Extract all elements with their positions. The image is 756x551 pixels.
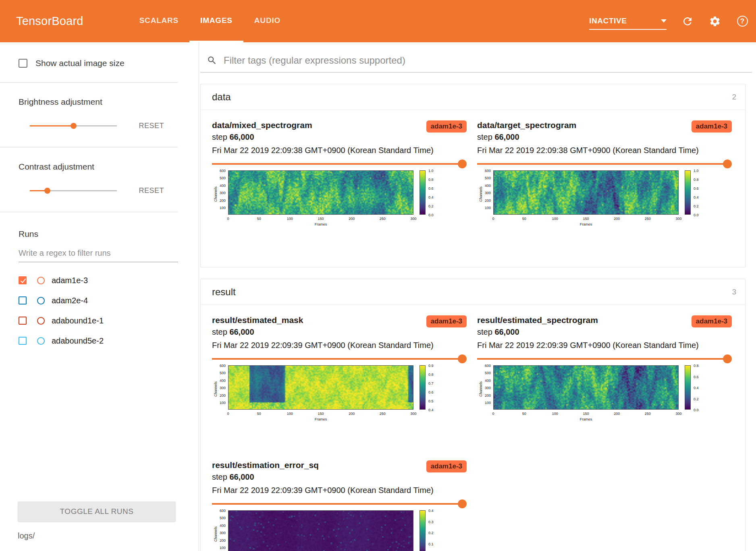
step-value: 66,000 xyxy=(494,327,519,336)
chevron-down-icon xyxy=(661,19,667,23)
x-axis-tick: 50 xyxy=(522,412,526,416)
step-slider[interactable] xyxy=(477,159,732,169)
image-timestamp: Fri Mar 22 2019 22:09:39 GMT+0900 (Korea… xyxy=(477,341,732,350)
show-actual-size-row[interactable]: Show actual image size xyxy=(19,58,192,68)
tag-section-header[interactable]: data 2 xyxy=(201,84,745,110)
step-slider[interactable] xyxy=(477,354,732,364)
y-axis-tick: 200 xyxy=(477,199,491,203)
colorbar-tick: 0.7 xyxy=(428,381,434,385)
slider-thumb[interactable] xyxy=(458,354,467,363)
slider-thumb[interactable] xyxy=(458,160,467,168)
slider-track[interactable] xyxy=(212,358,462,360)
refresh-button[interactable] xyxy=(681,15,694,28)
image-timestamp: Fri Mar 22 2019 22:09:39 GMT+0900 (Korea… xyxy=(212,341,467,350)
tag-section-count: 2 xyxy=(732,93,736,102)
run-checkbox[interactable] xyxy=(19,337,27,345)
step-slider[interactable] xyxy=(212,159,467,169)
run-item[interactable]: adabound5e-2 xyxy=(19,331,192,351)
tab-images[interactable]: IMAGES xyxy=(189,0,243,42)
run-item[interactable]: adam1e-3 xyxy=(19,270,192,290)
colorbar-tick: 0.0 xyxy=(694,213,699,217)
run-checkbox[interactable] xyxy=(19,276,27,284)
image-card: data/target_spectrogram step 66,000 adam… xyxy=(477,120,732,232)
step-value: 66,000 xyxy=(494,133,519,141)
run-badge: adam1e-3 xyxy=(426,120,467,133)
brightness-reset-button[interactable]: RESET xyxy=(136,121,166,130)
colorbar-tick: 0.2 xyxy=(428,204,434,208)
colorbar-tick: 0.4 xyxy=(694,386,699,390)
x-axis-tick: 50 xyxy=(257,217,261,221)
settings-button[interactable] xyxy=(708,15,721,28)
x-axis-tick: 100 xyxy=(287,217,293,221)
tag-section-data: data 2 data/mixed_spectrogram step 66,00… xyxy=(200,84,746,267)
tag-section-header[interactable]: result 3 xyxy=(201,279,745,305)
slider-track[interactable] xyxy=(477,358,727,360)
colorbar-tick: 0.2 xyxy=(694,397,699,401)
main-content: data 2 data/mixed_spectrogram step 66,00… xyxy=(199,42,756,551)
slider-thumb[interactable] xyxy=(723,354,732,363)
x-axis-tick: 300 xyxy=(675,217,681,221)
colorbar-tick: 0.2 xyxy=(428,531,434,535)
tab-scalars[interactable]: SCALARS xyxy=(129,0,189,42)
y-axis-tick: 100 xyxy=(477,206,491,210)
y-axis-tick: 300 xyxy=(212,191,226,195)
run-checkbox[interactable] xyxy=(19,317,27,325)
run-label: adam1e-3 xyxy=(52,276,88,285)
brightness-slider[interactable] xyxy=(30,122,117,130)
run-checkbox[interactable] xyxy=(19,296,27,304)
runs-filter-input[interactable] xyxy=(19,246,178,262)
colorbar-tick: 0.6 xyxy=(694,186,699,191)
slider-thumb[interactable] xyxy=(458,499,467,508)
filter-tags-input[interactable] xyxy=(223,54,752,66)
checkbox-icon[interactable] xyxy=(19,59,27,68)
colorbar xyxy=(685,170,691,215)
help-button[interactable]: ? xyxy=(736,15,749,28)
run-label: adabound5e-2 xyxy=(52,336,104,346)
x-axis-tick: 0 xyxy=(492,412,494,416)
x-axis-tick: 200 xyxy=(349,217,355,221)
contrast-slider[interactable] xyxy=(30,187,117,195)
image-tag-title: result/estimated_spectrogram xyxy=(477,315,598,325)
y-axis-tick: 100 xyxy=(212,401,226,405)
step-label: step xyxy=(477,133,492,141)
colorbar xyxy=(420,510,426,551)
image-tag-title: result/estimation_error_sq xyxy=(212,460,319,470)
image-tag-title: data/target_spectrogram xyxy=(477,120,576,130)
colorbar-tick: 0.4 xyxy=(428,509,434,513)
step-slider[interactable] xyxy=(212,354,467,364)
tab-audio[interactable]: AUDIO xyxy=(243,0,291,42)
step-slider[interactable] xyxy=(212,499,467,509)
run-badge: adam1e-3 xyxy=(426,315,467,327)
x-axis-tick: 200 xyxy=(614,217,620,221)
run-item[interactable]: adam2e-4 xyxy=(19,290,192,311)
spectrogram-plot: Channels60050040030020010005010015020025… xyxy=(212,170,440,232)
colorbar-tick: 0.8 xyxy=(428,373,434,377)
slider-thumb[interactable] xyxy=(71,123,77,129)
run-badge: adam1e-3 xyxy=(692,120,732,133)
spectrogram-plot: Channels60050040030020010005010015020025… xyxy=(212,510,440,551)
image-step: step 66,000 xyxy=(477,327,598,337)
step-value: 66,000 xyxy=(229,472,254,481)
toggle-all-runs-button[interactable]: TOGGLE ALL RUNS xyxy=(18,501,176,522)
gear-icon xyxy=(709,15,721,27)
y-axis-tick: 300 xyxy=(212,386,226,390)
colorbar-tick: 0.6 xyxy=(428,186,434,191)
spectrogram-canvas xyxy=(493,365,679,410)
colorbar-tick: 0.6 xyxy=(428,390,434,394)
run-item[interactable]: adabound1e-1 xyxy=(19,311,192,331)
colorbar-tick: 1.0 xyxy=(428,169,434,173)
status-dropdown[interactable]: INACTIVE xyxy=(589,17,667,30)
image-step: step 66,000 xyxy=(212,133,312,142)
slider-track[interactable] xyxy=(212,503,462,505)
slider-track[interactable] xyxy=(212,163,462,165)
slider-fill xyxy=(30,125,73,126)
y-axis-tick: 600 xyxy=(212,169,226,173)
x-axis-label: Frames xyxy=(580,417,592,421)
slider-thumb[interactable] xyxy=(44,188,50,194)
run-color-circle xyxy=(37,317,45,325)
contrast-reset-button[interactable]: RESET xyxy=(136,186,166,195)
image-timestamp: Fri Mar 22 2019 22:09:38 GMT+0900 (Korea… xyxy=(212,146,467,155)
slider-thumb[interactable] xyxy=(723,160,732,168)
x-axis-label: Frames xyxy=(580,222,592,226)
slider-track[interactable] xyxy=(477,163,727,165)
